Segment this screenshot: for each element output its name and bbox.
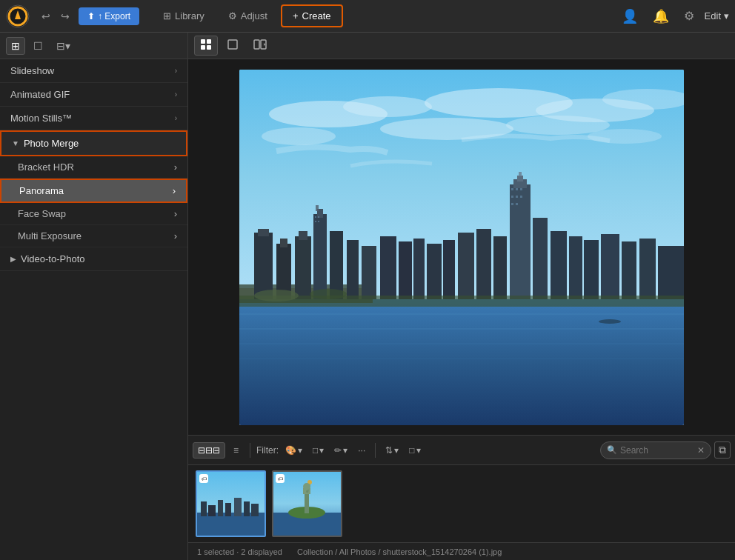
external-link-button[interactable]: ⧉	[714, 441, 731, 459]
sidebar-item-panorama-label: Panorama	[19, 185, 64, 196]
sidebar-item-motion-stills[interactable]: Motion Stills™ ›	[0, 107, 187, 130]
svg-rect-70	[511, 203, 513, 205]
nav-tabs: ⊞ Library ⚙ Adjust + Create	[153, 4, 343, 27]
filter-label: Filter:	[256, 445, 279, 456]
svg-point-13	[343, 96, 432, 117]
thumbnail-2-tag: 🏷	[276, 474, 285, 483]
svg-rect-38	[347, 240, 359, 299]
sidebar-view-switcher: ⊞ ☐ ⊟▾	[0, 33, 188, 59]
sidebar-item-multi-exposure[interactable]: Multi Exposure ›	[0, 225, 187, 247]
chevron-right-icon: ›	[174, 208, 177, 219]
status-bar: 1 selected · 2 displayed Collection / Al…	[188, 542, 735, 560]
svg-rect-29	[258, 229, 269, 236]
notifications-icon[interactable]: 🔔	[648, 5, 674, 27]
more-filter-button[interactable]: ···	[354, 444, 369, 457]
right-panel: ⊟⊟⊟ ≡ Filter: 🎨 ▾ □ ▾ ✏ ▾ ··· ⇅	[188, 33, 735, 560]
sidebar-item-face-swap[interactable]: Face Swap ›	[0, 203, 187, 225]
edit-filter-button[interactable]: ✏ ▾	[330, 444, 351, 457]
top-right-buttons: 👤 🔔 ⚙ Edit ▾	[617, 5, 729, 27]
filmstrip-toolbar: ⊟⊟⊟ ≡ Filter: 🎨 ▾ □ ▾ ✏ ▾ ··· ⇅	[188, 435, 735, 464]
svg-rect-62	[315, 221, 316, 222]
sidebar-item-video-to-photo-label: Video-to-Photo	[21, 253, 177, 264]
svg-rect-84	[251, 504, 259, 516]
svg-rect-48	[510, 184, 531, 299]
image-preview	[188, 59, 735, 435]
sidebar-item-panorama[interactable]: Panorama ›	[0, 179, 187, 203]
svg-point-19	[506, 116, 610, 135]
svg-rect-69	[520, 196, 522, 198]
top-toolbar: ↩ ↪ ⬆ ↑ Export ⊞ Library ⚙ Adjust + Crea…	[0, 0, 735, 33]
svg-rect-53	[551, 231, 567, 299]
thumbnail-1-tag: 🏷	[199, 474, 208, 483]
display-icon: □	[409, 445, 414, 456]
svg-rect-54	[569, 236, 582, 299]
thumbnail-2[interactable]: 🏷	[272, 470, 342, 537]
sort-button[interactable]: ⇅ ▾	[382, 444, 402, 457]
color-filter-button[interactable]: 🎨 ▾	[282, 444, 306, 457]
library-icon: ⊞	[163, 10, 171, 21]
user-icon[interactable]: 👤	[617, 5, 642, 27]
search-box: 🔍 ✕	[600, 441, 711, 459]
svg-rect-39	[362, 246, 376, 299]
export-label: ↑ Export	[98, 11, 130, 21]
search-input[interactable]	[620, 445, 694, 456]
svg-point-92	[303, 483, 310, 490]
sidebar-item-photo-merge[interactable]: ▼ Photo Merge	[0, 130, 187, 156]
export-icon: ⬆	[87, 11, 95, 21]
export-button[interactable]: ⬆ ↑ Export	[79, 7, 139, 25]
pencil-icon: ✏	[334, 445, 342, 456]
svg-rect-50	[517, 176, 523, 181]
svg-rect-7	[228, 40, 237, 49]
svg-point-20	[588, 129, 662, 144]
sidebar-single-view-button[interactable]: ☐	[28, 37, 48, 55]
tab-adjust-label: Adjust	[241, 10, 267, 21]
svg-rect-59	[658, 246, 684, 299]
svg-rect-58	[639, 239, 656, 299]
sidebar-item-bracket-hdr[interactable]: Bracket HDR ›	[0, 156, 187, 179]
svg-marker-10	[264, 43, 265, 46]
tab-library[interactable]: ⊞ Library	[153, 6, 215, 26]
svg-rect-33	[299, 231, 307, 240]
right-single-view-button[interactable]	[221, 36, 245, 56]
filmstrip-list-button[interactable]: ≡	[228, 442, 244, 459]
search-clear-button[interactable]: ✕	[697, 445, 705, 456]
shape-filter-button[interactable]: □ ▾	[309, 444, 327, 457]
right-view-switcher	[188, 33, 735, 59]
svg-rect-65	[516, 188, 518, 190]
tab-create-label: Create	[302, 10, 331, 21]
thumbnails-row: 🏷	[188, 464, 735, 542]
redo-button[interactable]: ↪	[56, 7, 74, 25]
dropdown-arrow-icon: ▾	[343, 445, 347, 456]
adjust-icon: ⚙	[228, 10, 237, 21]
right-split-view-button[interactable]	[247, 36, 273, 56]
dropdown-arrow-icon: ▾	[416, 445, 421, 456]
sidebar-grid-view-button[interactable]: ⊞	[6, 37, 25, 55]
svg-rect-52	[533, 218, 548, 299]
right-grid-view-button[interactable]	[194, 36, 218, 56]
svg-rect-83	[244, 501, 250, 516]
sidebar-item-slideshow[interactable]: Slideshow ›	[0, 59, 187, 83]
svg-rect-40	[380, 236, 396, 299]
create-icon: +	[293, 10, 299, 21]
svg-rect-68	[516, 196, 518, 198]
thumbnail-1[interactable]: 🏷	[196, 470, 266, 537]
chevron-right-icon: ›	[175, 90, 177, 99]
sidebar-compare-view-button[interactable]: ⊟▾	[51, 37, 76, 55]
edit-dropdown-button[interactable]: Edit ▾	[705, 10, 729, 21]
sidebar-item-animated-gif[interactable]: Animated GIF ›	[0, 83, 187, 107]
separator	[250, 443, 250, 458]
tab-adjust[interactable]: ⚙ Adjust	[218, 6, 278, 26]
settings-icon[interactable]: ⚙	[679, 6, 699, 26]
svg-rect-57	[622, 241, 636, 299]
sidebar-item-video-to-photo[interactable]: ▶ Video-to-Photo	[0, 247, 187, 271]
display-button[interactable]: □ ▾	[405, 444, 424, 457]
svg-rect-36	[316, 205, 319, 211]
filmstrip-grid-button[interactable]: ⊟⊟⊟	[193, 442, 225, 459]
sidebar-item-motion-stills-label: Motion Stills™	[10, 113, 72, 124]
tab-create[interactable]: + Create	[281, 4, 343, 27]
undo-button[interactable]: ↩	[37, 7, 55, 25]
svg-point-17	[262, 127, 336, 145]
svg-rect-21	[239, 299, 684, 425]
sort-icon: ⇅	[385, 445, 393, 456]
svg-rect-61	[318, 216, 319, 218]
